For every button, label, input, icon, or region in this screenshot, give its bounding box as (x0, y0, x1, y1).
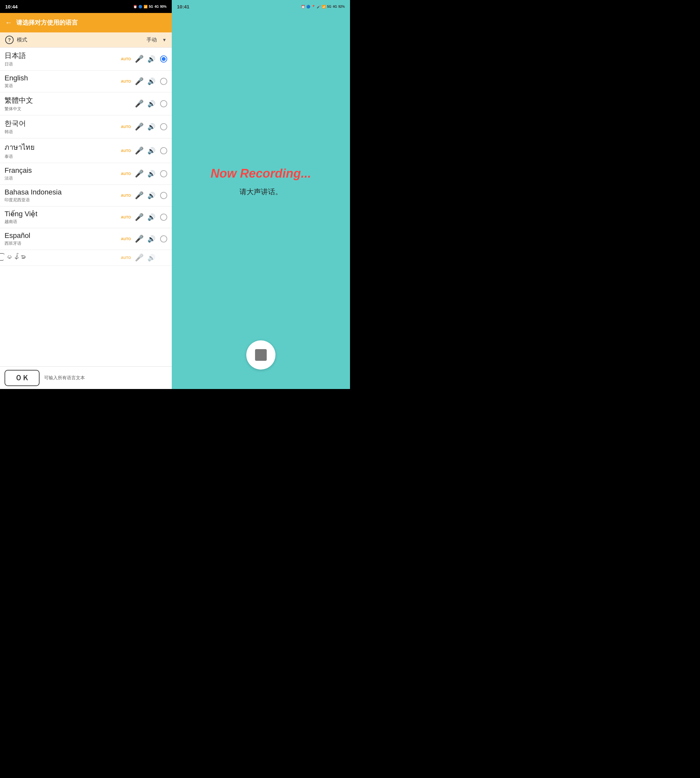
lang-name: 日本語 (5, 51, 118, 61)
mic-icon[interactable]: 🎤 (135, 170, 143, 178)
lang-name: 繁體中文 (5, 96, 118, 105)
speaker-icon[interactable]: 🔊 (147, 123, 155, 131)
speaker-icon[interactable]: 🔊 (147, 213, 155, 221)
status-icons-right: ⏰ 🔵 📍 🎤 📶 5G 4G 92% (301, 5, 345, 8)
lang-sub: 繁体中文 (5, 106, 118, 112)
header: ← 请选择对方使用的语言 (0, 13, 172, 32)
auto-badge: AUTO (121, 149, 131, 153)
radio-button[interactable] (160, 170, 167, 177)
status-bar-left: 10:44 ⏰ 🔵 📶 5G 4G 90% (0, 0, 172, 13)
bottom-bar: ＯＫ 可输入所有语言文本 (0, 366, 172, 389)
speaker-icon[interactable]: 🔊 (147, 100, 155, 108)
ok-button[interactable]: ＯＫ (5, 370, 40, 386)
list-item[interactable]: Español 西班牙语 AUTO 🎤 🔊 (0, 228, 172, 250)
radio-button[interactable] (160, 147, 167, 154)
speaker-icon[interactable]: 🔊 (147, 170, 155, 178)
speaker-icon[interactable]: 🔊 (147, 77, 155, 85)
mic-icon[interactable]: 🎤 (135, 213, 143, 221)
list-item[interactable]: 한국어 韩语 AUTO 🎤 🔊 (0, 115, 172, 139)
lang-sub: 越南语 (5, 219, 118, 225)
list-item[interactable]: Français 法语 AUTO 🎤 🔊 (0, 163, 172, 185)
stop-button-container (246, 341, 275, 369)
status-icons-left: ⏰ 🔵 📶 5G 4G 90% (133, 5, 167, 8)
lang-name: Tiếng Việt (5, 210, 118, 218)
auto-badge: AUTO (121, 194, 131, 197)
lang-name: မြန်မာ (5, 253, 118, 262)
auto-badge: AUTO (121, 256, 131, 260)
back-button[interactable]: ← (5, 18, 12, 27)
auto-badge: AUTO (121, 237, 131, 241)
lang-sub: 印度尼西亚语 (5, 197, 118, 203)
lang-name: Bahasa Indonesia (5, 188, 118, 197)
auto-badge: AUTO (121, 215, 131, 219)
mode-row[interactable]: ? 模式 手动 ▼ (0, 32, 172, 48)
radio-button[interactable] (160, 214, 167, 221)
auto-badge: AUTO (121, 125, 131, 129)
mic-icon[interactable]: 🎤 (135, 254, 143, 262)
auto-badge: AUTO (121, 172, 131, 176)
speaker-icon[interactable]: 🔊 (147, 235, 155, 243)
mic-icon[interactable]: 🎤 (135, 77, 143, 85)
stop-icon (255, 349, 267, 361)
auto-badge: AUTO (121, 57, 131, 61)
stop-button[interactable] (246, 341, 275, 369)
right-panel: 10:41 ⏰ 🔵 📍 🎤 📶 5G 4G 92% Now Recording.… (172, 0, 350, 389)
recording-title: Now Recording... (211, 167, 311, 180)
mic-icon[interactable]: 🎤 (135, 147, 143, 155)
lang-sub: 西班牙语 (5, 240, 118, 246)
lang-name: Français (5, 166, 118, 175)
lang-name: Español (5, 232, 118, 240)
help-icon[interactable]: ? (5, 36, 13, 44)
mode-label: 模式 (17, 37, 27, 43)
radio-button[interactable] (160, 100, 167, 107)
time-right: 10:41 (177, 4, 189, 9)
list-item[interactable]: Tiếng Việt 越南语 AUTO 🎤 🔊 (0, 207, 172, 228)
radio-button[interactable] (160, 123, 167, 130)
speaker-icon[interactable]: 🔊 (147, 147, 155, 155)
mic-icon[interactable]: 🎤 (135, 235, 143, 243)
lang-name: English (5, 74, 118, 82)
lang-name: ภาษาไทย (5, 142, 118, 153)
radio-button[interactable] (160, 192, 167, 199)
lang-sub: 英语 (5, 83, 118, 89)
lang-sub: 韩语 (5, 129, 118, 135)
auto-badge: AUTO (121, 79, 131, 83)
mic-icon[interactable]: 🎤 (135, 191, 143, 200)
list-item[interactable]: 日本語 日语 AUTO 🎤 🔊 (0, 48, 172, 71)
speaker-icon[interactable]: 🔊 (147, 55, 155, 63)
lang-name: 한국어 (5, 119, 118, 129)
mic-icon[interactable]: 🎤 (135, 55, 143, 63)
speaker-icon[interactable]: 🔊 (147, 192, 155, 199)
left-panel: 10:44 ⏰ 🔵 📶 5G 4G 90% ← 请选择对方使用的语言 ? 模式 … (0, 0, 172, 389)
mic-icon[interactable]: 🎤 (135, 122, 143, 131)
recording-content: Now Recording... 请大声讲话。 (172, 13, 350, 389)
lang-sub: 法语 (5, 175, 118, 181)
mic-icon[interactable]: 🎤 (135, 100, 143, 108)
lang-sub: 日语 (5, 61, 118, 67)
language-list: 日本語 日语 AUTO 🎤 🔊 English 英语 AUTO 🎤 🔊 繁體中文 (0, 48, 172, 366)
header-title: 请选择对方使用的语言 (16, 18, 78, 27)
recording-subtitle: 请大声讲话。 (240, 187, 282, 197)
radio-button[interactable] (160, 235, 167, 242)
lang-sub: 泰语 (5, 154, 118, 160)
mode-dropdown-arrow[interactable]: ▼ (162, 37, 167, 42)
list-item[interactable]: မြန်မာ AUTO 🎤 🔊 (0, 250, 172, 266)
list-item[interactable]: English 英语 AUTO 🎤 🔊 (0, 71, 172, 92)
bottom-hint: 可输入所有语言文本 (44, 375, 172, 381)
list-item[interactable]: 繁體中文 繁体中文 AUTO 🎤 🔊 (0, 92, 172, 115)
radio-button[interactable] (160, 55, 167, 63)
speaker-icon[interactable]: 🔊 (147, 254, 155, 262)
radio-button[interactable] (160, 78, 167, 85)
status-bar-right: 10:41 ⏰ 🔵 📍 🎤 📶 5G 4G 92% (172, 0, 350, 13)
list-item[interactable]: ภาษาไทย 泰语 AUTO 🎤 🔊 (0, 139, 172, 163)
list-item[interactable]: Bahasa Indonesia 印度尼西亚语 AUTO 🎤 🔊 (0, 185, 172, 207)
mode-value: 手动 (147, 37, 157, 43)
time-left: 10:44 (5, 4, 18, 9)
